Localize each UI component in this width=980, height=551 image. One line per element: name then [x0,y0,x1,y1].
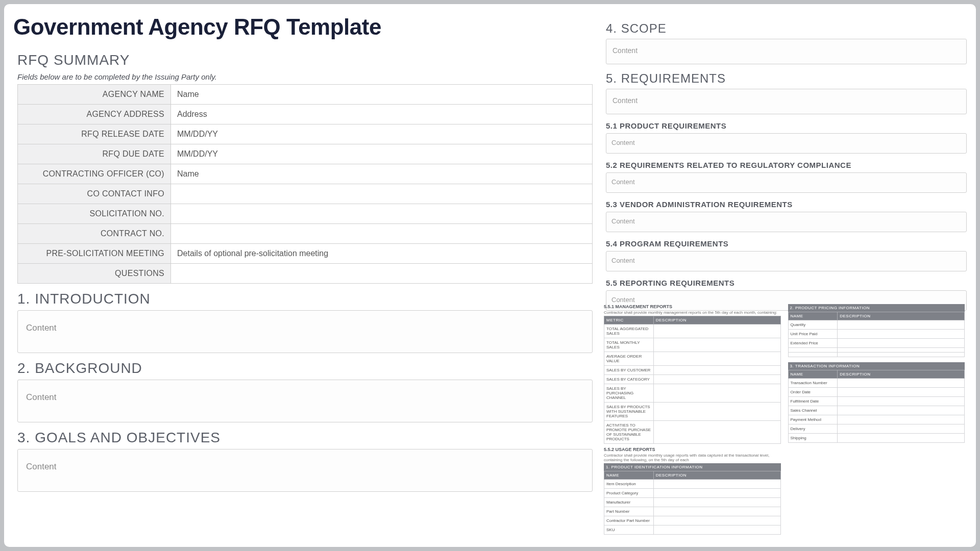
table-row: Delivery [788,424,965,434]
section-heading: 2. BACKGROUND [17,360,593,377]
table-row: Extended Price [788,339,965,348]
summary-value[interactable]: MM/DD/YY [171,124,593,144]
mgmt-caption: 5.5.1 MANAGEMENT REPORTS [604,304,781,309]
mini-row-name: Quantity [788,320,838,330]
trans-th-desc: DESCRIPTION [838,370,965,379]
mini-row-desc[interactable] [838,339,965,348]
page-title: Government Agency RFQ Template [13,14,593,40]
summary-value[interactable] [171,204,593,224]
mini-row-desc[interactable] [838,348,965,353]
section-content[interactable]: Content [17,449,593,492]
subsection-content[interactable]: Content [606,251,967,271]
document-page: Government Agency RFQ Template RFQ SUMMA… [4,4,976,547]
mini-row-name [788,353,838,357]
mini-row-desc[interactable] [653,403,780,421]
mini-row-desc[interactable] [653,352,780,366]
mini-row-desc[interactable] [653,507,780,516]
mini-row-desc[interactable] [653,324,780,338]
mini-row-desc[interactable] [838,424,965,434]
mini-row-desc[interactable] [838,415,965,424]
mini-row-name: TOTAL MONTHLY SALES [604,338,654,352]
mini-row-name: Delivery [788,424,838,434]
summary-value[interactable] [171,224,593,244]
summary-row: AGENCY ADDRESSAddress [18,105,593,124]
section-content[interactable]: Content [17,310,593,353]
summary-value[interactable] [171,264,593,284]
table-row: TOTAL MONTHLY SALES [604,338,781,352]
trans-th-name: NAME [788,370,838,379]
summary-heading: RFQ SUMMARY [17,52,593,68]
mini-row-desc[interactable] [653,480,780,489]
mini-row-desc[interactable] [838,397,965,406]
pricing-th-desc: DESCRIPTION [838,312,965,320]
table-row: Product Category [604,489,781,498]
summary-value[interactable]: Name [171,85,593,105]
section-heading: 1. INTRODUCTION [17,291,593,307]
mini-row-name: Contractor Part Number [604,516,654,525]
mini-row-name: Transaction Number [788,379,838,388]
scope-content[interactable]: Content [606,39,967,64]
mini-row-name: Fulfillment Date [788,397,838,406]
subsection-content[interactable]: Content [606,133,967,154]
trans-section-bar: 3. TRANSACTION INFORMATION [788,362,965,370]
usage-table: NAME DESCRIPTION Item DescriptionProduct… [604,471,781,535]
mini-row-desc[interactable] [838,320,965,330]
table-row: Order Date [788,388,965,397]
mini-row-desc[interactable] [653,421,780,444]
requirements-content[interactable]: Content [606,89,967,114]
mini-row-desc[interactable] [653,489,780,498]
summary-row: AGENCY NAMEName [18,85,593,105]
table-row: Unit Price Paid [788,330,965,339]
summary-label: RFQ RELEASE DATE [18,124,171,144]
table-row: Fulfillment Date [788,397,965,406]
subsection-heading: 5.3 VENDOR ADMINISTRATION REQUIREMENTS [606,200,967,209]
mini-row-desc[interactable] [653,498,780,507]
table-row: SALES BY CUSTOMER [604,366,781,375]
summary-label: QUESTIONS [18,264,171,284]
summary-value[interactable]: Name [171,164,593,184]
mini-row-desc[interactable] [838,406,965,415]
table-row [788,348,965,353]
table-row: Item Description [604,480,781,489]
subsection-heading: 5.4 PROGRAM REQUIREMENTS [606,239,967,248]
right-column: 4. SCOPE Content 5. REQUIREMENTS Content… [602,14,967,537]
summary-row: RFQ RELEASE DATEMM/DD/YY [18,124,593,144]
summary-value[interactable]: Address [171,105,593,124]
section-heading: 3. GOALS AND OBJECTIVES [17,430,593,446]
mini-row-desc[interactable] [838,379,965,388]
summary-value[interactable]: MM/DD/YY [171,144,593,164]
mini-row-name: Sales Channel [788,406,838,415]
mini-row-name: Order Date [788,388,838,397]
summary-label: SOLICITATION NO. [18,204,171,224]
mini-row-desc[interactable] [653,516,780,525]
table-row: Transaction Number [788,379,965,388]
mgmt-th-metric: METRIC [604,316,654,324]
mini-row-desc[interactable] [653,338,780,352]
mini-row-desc[interactable] [838,353,965,357]
mini-row-desc[interactable] [653,375,780,384]
table-row: Sales Channel [788,406,965,415]
mini-row-name: SALES BY PRODUCTS WITH SUSTAINABLE FEATU… [604,403,654,421]
table-row: Shipping [788,434,965,443]
mini-row-desc[interactable] [653,366,780,375]
table-row: Contractor Part Number [604,516,781,525]
mini-row-desc[interactable] [653,384,780,403]
table-row: SKU [604,525,781,535]
summary-value[interactable] [171,184,593,204]
mini-row-desc[interactable] [838,388,965,397]
subsection-content[interactable]: Content [606,212,967,232]
summary-label: CONTRACTING OFFICER (CO) [18,164,171,184]
subsection-content[interactable]: Content [606,172,967,193]
mini-row-desc[interactable] [653,525,780,535]
mini-row-desc[interactable] [838,330,965,339]
mini-row-name: Payment Method [788,415,838,424]
section-content[interactable]: Content [17,380,593,422]
left-column: Government Agency RFQ Template RFQ SUMMA… [13,14,593,537]
mini-row-desc[interactable] [838,434,965,443]
summary-value[interactable]: Details of optional pre-solicitation mee… [171,244,593,264]
table-row: SALES BY PURCHASING CHANNEL [604,384,781,403]
table-row: AVERAGE ORDER VALUE [604,352,781,366]
table-row: SALES BY PRODUCTS WITH SUSTAINABLE FEATU… [604,403,781,421]
usage-th-desc: DESCRIPTION [653,471,780,480]
mini-row-name: Shipping [788,434,838,443]
